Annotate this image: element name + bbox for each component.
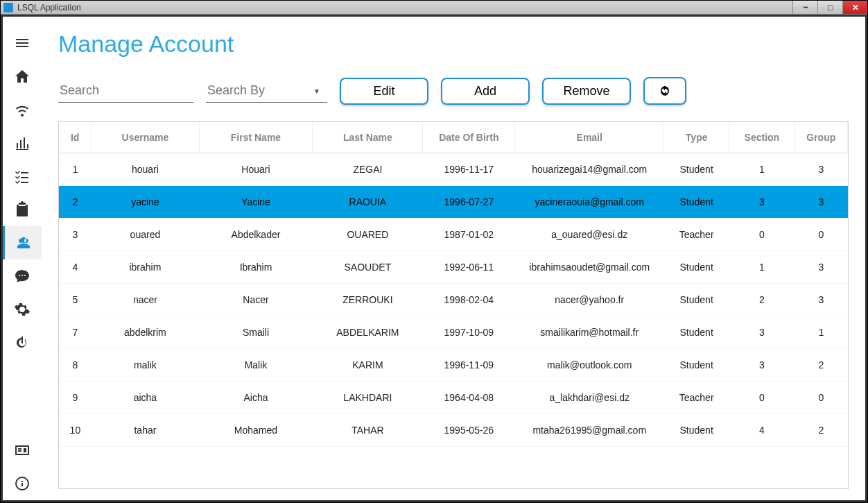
table-cell: ibrahimsaoudet@gmail.com [515, 251, 664, 284]
table-cell: Yacine [199, 186, 313, 219]
table-cell: Student [664, 251, 729, 284]
table-cell: TAHAR [313, 414, 423, 447]
column-header[interactable]: Date Of Birth [423, 122, 515, 153]
wifi-icon [14, 101, 31, 118]
table-cell: 9 [59, 382, 92, 414]
table-cell: yacine [92, 186, 199, 219]
table-cell: Abdelkader [199, 219, 313, 251]
column-header[interactable]: First Name [199, 122, 313, 153]
table-cell: aicha [92, 382, 199, 414]
table-cell: Student [664, 153, 729, 186]
search-by-select[interactable] [206, 79, 327, 103]
sidebar-power[interactable] [3, 326, 42, 359]
sidebar-wifi[interactable] [3, 93, 42, 126]
sidebar-settings[interactable] [3, 293, 42, 326]
table-cell: ZERROUKI [313, 284, 423, 316]
table-cell: a_lakhdari@esi.dz [515, 382, 664, 414]
table-cell: 2 [795, 414, 847, 447]
table-cell: SAOUDET [313, 251, 423, 284]
table-cell: nacer@yahoo.fr [515, 284, 664, 316]
checklist-icon [14, 168, 31, 185]
table-cell: Nacer [199, 284, 313, 316]
refresh-button[interactable] [643, 77, 686, 105]
table-cell: 1 [729, 251, 795, 284]
table-cell: 4 [729, 414, 795, 447]
sidebar-users[interactable] [3, 226, 42, 259]
table-row[interactable]: 3ouaredAbdelkaderOUARED1987-01-02a_ouare… [59, 219, 848, 251]
chat-icon [14, 268, 31, 284]
table-scroll[interactable]: IdUsernameFirst NameLast NameDate Of Bir… [59, 122, 848, 488]
sidebar-clipboard[interactable] [3, 193, 42, 226]
accounts-table: IdUsernameFirst NameLast NameDate Of Bir… [59, 122, 848, 447]
search-input[interactable] [58, 79, 193, 103]
table-cell: 1996-11-09 [423, 349, 515, 382]
table-cell: mtaha261995@gmail.com [515, 414, 664, 447]
sidebar-card[interactable] [3, 434, 42, 467]
column-header[interactable]: Type [664, 122, 729, 153]
table-cell: Teacher [664, 382, 729, 414]
table-cell: 1992-06-11 [423, 251, 515, 284]
table-cell: Smaili [199, 316, 313, 349]
sidebar-info[interactable] [3, 467, 42, 500]
sidebar-analytics[interactable] [3, 126, 42, 160]
refresh-icon [658, 84, 672, 98]
table-cell: RAOUIA [313, 186, 423, 219]
table-cell: 1 [59, 153, 92, 186]
remove-button[interactable]: Remove [542, 78, 631, 105]
table-cell: 0 [729, 219, 795, 251]
maximize-button[interactable]: ▢ [817, 1, 842, 14]
table-row[interactable]: 7abdelkrimSmailiABDELKARIM1997-10-09smai… [59, 316, 848, 349]
table-row[interactable]: 4ibrahimIbrahimSAOUDET1992-06-11ibrahims… [59, 251, 848, 284]
column-header[interactable]: Section [729, 122, 795, 153]
table-cell: 1995-05-26 [423, 414, 515, 447]
column-header[interactable]: Group [795, 122, 847, 153]
table-row[interactable]: 9aichaAichaLAKHDARI1964-04-08a_lakhdari@… [59, 382, 848, 414]
table-cell: Ibrahim [199, 251, 313, 284]
table-cell: Student [664, 414, 729, 447]
table-cell: KARIM [313, 349, 423, 382]
table-cell: malik@outlook.com [515, 349, 664, 382]
table-cell: houarizegai14@gmail.com [515, 153, 664, 186]
home-icon [14, 68, 31, 85]
column-header[interactable]: Id [59, 122, 92, 153]
sidebar-menu[interactable] [3, 26, 42, 60]
table-cell: 3 [729, 316, 795, 349]
clipboard-icon [14, 201, 31, 218]
table-cell: 1 [729, 153, 795, 186]
table-cell: 8 [59, 349, 92, 382]
app-icon [3, 3, 13, 12]
edit-button[interactable]: Edit [340, 78, 428, 105]
table-cell: 3 [59, 219, 92, 251]
table-cell: ZEGAI [313, 153, 423, 186]
toolbar: ▼ Edit Add Remove [58, 77, 849, 105]
table-cell: 1996-11-17 [423, 153, 515, 186]
minimize-button[interactable]: ━ [792, 1, 817, 14]
titlebar: LSQL Application ━ ▢ ✕ [1, 1, 867, 15]
table-row[interactable]: 5nacerNacerZERROUKI1998-02-04nacer@yahoo… [59, 284, 848, 316]
page-title: Manage Account [58, 31, 849, 58]
table-cell: ibrahim [92, 251, 199, 284]
column-header[interactable]: Last Name [313, 122, 423, 153]
sidebar-tasks[interactable] [3, 160, 42, 193]
table-cell: 1997-10-09 [423, 316, 515, 349]
table-cell: Student [664, 284, 729, 316]
close-button[interactable]: ✕ [842, 1, 867, 14]
table-cell: Student [664, 316, 729, 349]
column-header[interactable]: Email [515, 122, 664, 153]
table-cell: 3 [795, 153, 847, 186]
column-header[interactable]: Username [92, 122, 199, 153]
table-row[interactable]: 2yacineYacineRAOUIA1996-07-27yacineraoui… [59, 186, 848, 219]
table-header-row: IdUsernameFirst NameLast NameDate Of Bir… [59, 122, 848, 153]
sidebar-chat[interactable] [3, 259, 42, 293]
sidebar-home[interactable] [3, 60, 42, 93]
table-cell: smailikarim@hotmail.fr [515, 316, 664, 349]
table-row[interactable]: 10taharMohamedTAHAR1995-05-26mtaha261995… [59, 414, 848, 447]
add-button[interactable]: Add [441, 78, 530, 105]
table-cell: 4 [59, 251, 92, 284]
table-cell: Houari [199, 153, 313, 186]
table-cell: 5 [59, 284, 92, 316]
table-cell: 3 [795, 251, 847, 284]
table-row[interactable]: 8malikMalikKARIM1996-11-09malik@outlook.… [59, 349, 848, 382]
users-icon [15, 235, 32, 251]
table-row[interactable]: 1houariHouariZEGAI1996-11-17houarizegai1… [59, 153, 848, 186]
